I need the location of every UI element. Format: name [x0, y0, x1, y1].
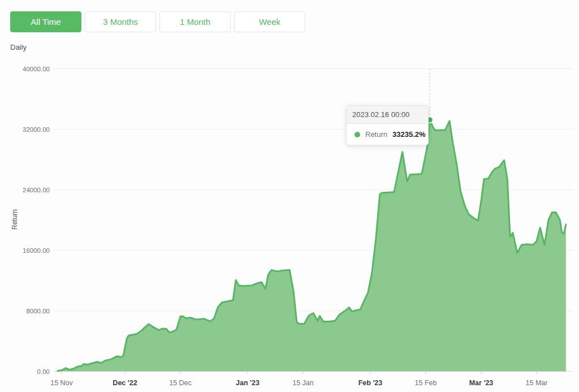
x-axis-tick-label: 15 Nov — [50, 379, 73, 387]
x-axis-tick-label: 15 Jan — [292, 379, 314, 387]
x-axis-tick-label: Dec '22 — [113, 379, 137, 387]
y-axis-tick-label: 24000.00 — [23, 187, 50, 193]
y-axis-tick-label: 40000.00 — [23, 66, 50, 72]
y-axis-tick-label: 0.00 — [37, 368, 50, 375]
x-axis-tick-label: Mar '23 — [469, 379, 494, 387]
y-axis-tick-label: 16000.00 — [23, 247, 50, 254]
y-axis-tick-label: 32000.00 — [23, 126, 50, 133]
tooltip-series-marker-icon — [355, 132, 360, 137]
tooltip-series-label: Return — [365, 130, 387, 139]
y-axis-tick-label: 8000.00 — [26, 308, 50, 315]
y-axis-title: Return — [11, 209, 19, 230]
return-area-chart[interactable]: 40000.0032000.0024000.0016000.008000.000… — [0, 0, 579, 392]
x-axis-tick-label: Jan '23 — [236, 379, 260, 387]
chart-tooltip: 2023.02.16 00:00 Return 33235.2% — [346, 105, 429, 145]
tooltip-date: 2023.02.16 00:00 — [347, 106, 428, 124]
tooltip-series-value: 33235.2% — [392, 130, 426, 139]
x-axis-tick-label: 15 Feb — [415, 379, 437, 387]
x-axis-tick-label: 15 Mar — [526, 379, 548, 387]
x-axis-tick-label: Feb '23 — [358, 379, 383, 387]
x-axis-tick-label: 15 Dec — [169, 379, 192, 387]
